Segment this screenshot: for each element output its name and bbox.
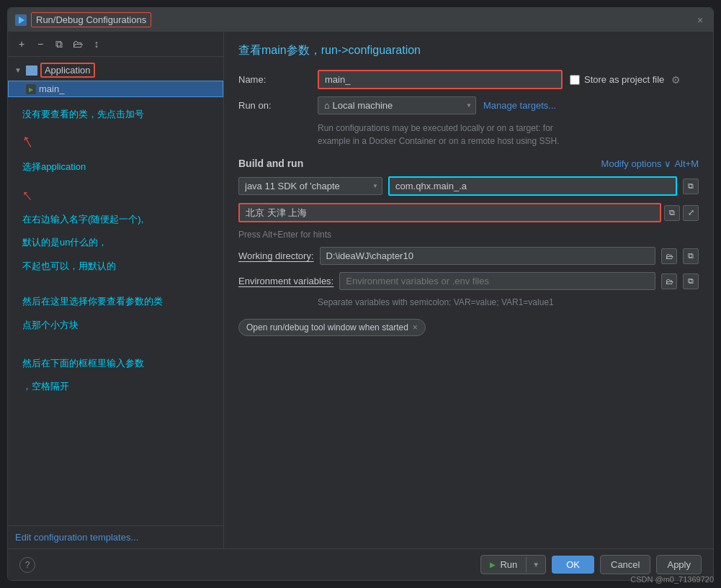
build-run-title: Build and run — [238, 158, 303, 169]
right-panel: 查看main参数，run->configuaration Name: // Se… — [224, 32, 713, 548]
spacer-1 — [15, 279, 216, 290]
run-play-icon: ▶ — [490, 561, 496, 569]
tree-item-main[interactable]: main_ — [8, 81, 223, 97]
toolbar: + − ⧉ 🗁 ↕ — [8, 32, 223, 57]
main-label: main_ — [39, 83, 64, 94]
env-vars-copy-button[interactable]: ⧉ — [683, 273, 699, 289]
edit-templates-container: Edit configuration templates... — [8, 525, 223, 548]
sdk-select-wrapper: java 11 SDK of 'chapte — [238, 177, 382, 195]
run-dropdown-button[interactable]: ▼ — [526, 557, 545, 572]
run-button-group: ▶ Run ▼ — [480, 555, 546, 574]
annotations-container: 没有要查看的类，先点击加号 ↑ 选择application ↑ 在右边输入名字(… — [8, 97, 223, 404]
gear-icon[interactable]: ⚙ — [671, 74, 681, 86]
store-project-label: Store as project file — [570, 74, 664, 85]
main-class-input[interactable] — [388, 176, 677, 196]
modify-options-button[interactable]: Modify options ∨ Alt+M — [601, 158, 699, 169]
red-arrow-2: ↑ — [17, 184, 36, 205]
dialog-title: Run/Debug Configurations — [31, 12, 151, 27]
build-run-sdk-row: java 11 SDK of 'chapte ⧉ — [238, 176, 699, 196]
env-vars-browse-button[interactable]: 🗁 — [661, 273, 677, 289]
title-bar-left: Run/Debug Configurations — [15, 12, 151, 27]
tag-close-button[interactable]: × — [413, 322, 418, 333]
tree-expand-arrow: ▼ — [14, 66, 22, 74]
annotation-1: 没有要查看的类，先点击加号 — [15, 103, 216, 127]
red-arrow-1: ↑ — [17, 128, 37, 153]
copy-main-class-button[interactable]: ⧉ — [683, 178, 699, 194]
annotation-6: 然后在这里选择你要查看参数的类 — [15, 290, 216, 314]
sdk-select[interactable]: java 11 SDK of 'chapte — [238, 177, 382, 195]
annotation-3: 在右边输入名字(随便起一个), — [15, 208, 216, 232]
working-dir-browse-button[interactable]: 🗁 — [661, 248, 677, 264]
name-label: Name: — [238, 74, 310, 85]
edit-templates-link[interactable]: Edit configuration templates... — [15, 532, 138, 543]
working-dir-label: Working directory: — [238, 250, 314, 261]
run-config-icon — [26, 84, 36, 94]
annotation-9: ，空格隔开 — [15, 375, 216, 399]
working-dir-row: Working directory: 🗁 ⧉ — [238, 247, 699, 265]
application-label: Application — [40, 63, 95, 78]
remove-button[interactable]: − — [32, 36, 48, 52]
tree-area: ▼ Application main_ 没有要查看的类，先点击加号 ↑ — [8, 57, 223, 525]
annotation-4: 默认的是un什么的， — [15, 231, 216, 255]
title-bar: Run/Debug Configurations × — [8, 8, 713, 32]
left-panel: + − ⧉ 🗁 ↕ ▼ Application main_ — [8, 32, 224, 548]
manage-targets-link[interactable]: Manage targets... — [483, 100, 556, 111]
arrow-1-container: ↑ — [15, 130, 216, 153]
folder-icon — [26, 65, 37, 76]
bottom-left: ? — [19, 557, 35, 573]
folder-button[interactable]: 🗁 — [70, 36, 86, 52]
tree-item-application[interactable]: ▼ Application — [8, 60, 223, 81]
copy-params-button[interactable]: ⧉ — [664, 205, 680, 221]
arrow-2-container: ↑ — [22, 185, 216, 205]
env-vars-input[interactable] — [339, 272, 655, 290]
run-on-row: Run on: ⌂ Local machine Manage targets..… — [238, 96, 699, 114]
watermark: CSDN @m0_71369720 — [630, 575, 714, 584]
expand-params-button[interactable]: ⤢ — [683, 205, 699, 221]
add-button[interactable]: + — [14, 36, 30, 52]
copy-button[interactable]: ⧉ — [51, 36, 67, 52]
working-dir-input[interactable] — [320, 247, 655, 265]
spacer-2 — [15, 338, 216, 352]
env-hint: Separate variables with semicolon: VAR=v… — [238, 297, 699, 307]
annotation-7: 点那个小方块 — [15, 314, 216, 338]
main-content: + − ⧉ 🗁 ↕ ▼ Application main_ — [8, 32, 713, 548]
store-project-checkbox[interactable] — [570, 75, 580, 85]
annotation-5: 不起也可以，用默认的 — [15, 255, 216, 279]
action-buttons: ▶ Run ▼ OK Cancel Apply — [480, 555, 702, 574]
close-button[interactable]: × — [694, 14, 706, 26]
run-on-label: Run on: — [238, 100, 310, 111]
sort-button[interactable]: ↕ — [89, 36, 104, 52]
open-debug-tag: Open run/debug tool window when started … — [238, 319, 426, 336]
params-row: ⧉ ⤢ — [238, 203, 699, 222]
env-vars-row: Environment variables: 🗁 ⧉ — [238, 272, 699, 290]
name-row: Name: // Set value from JSON Store as pr… — [238, 70, 699, 89]
help-button[interactable]: ? — [19, 557, 35, 573]
env-vars-label: Environment variables: — [238, 276, 333, 286]
run-on-select[interactable]: ⌂ Local machine — [318, 96, 476, 114]
params-input[interactable] — [238, 203, 661, 222]
run-button[interactable]: ▶ Run — [481, 556, 526, 574]
ok-button[interactable]: OK — [552, 556, 594, 574]
run-debug-dialog: Run/Debug Configurations × + − ⧉ 🗁 ↕ ▼ A… — [7, 7, 714, 581]
tag-row: Open run/debug tool window when started … — [238, 319, 699, 336]
cancel-button[interactable]: Cancel — [600, 555, 650, 574]
run-on-select-wrapper: ⌂ Local machine — [318, 96, 476, 114]
config-header: 查看main参数，run->configuaration — [238, 43, 699, 58]
dialog-icon — [15, 14, 27, 26]
working-dir-copy-button[interactable]: ⧉ — [683, 248, 699, 264]
bottom-bar: ? ▶ Run ▼ OK Cancel Apply — [8, 548, 713, 580]
apply-button[interactable]: Apply — [656, 555, 702, 574]
build-run-header: Build and run Modify options ∨ Alt+M — [238, 158, 699, 169]
press-hint: Press Alt+Enter for hints — [238, 230, 699, 240]
hint-text: Run configurations may be executed local… — [238, 122, 699, 148]
annotation-2: 选择application — [15, 155, 216, 179]
name-input[interactable] — [318, 70, 563, 89]
annotation-8: 然后在下面的框框里输入参数 — [15, 352, 216, 376]
